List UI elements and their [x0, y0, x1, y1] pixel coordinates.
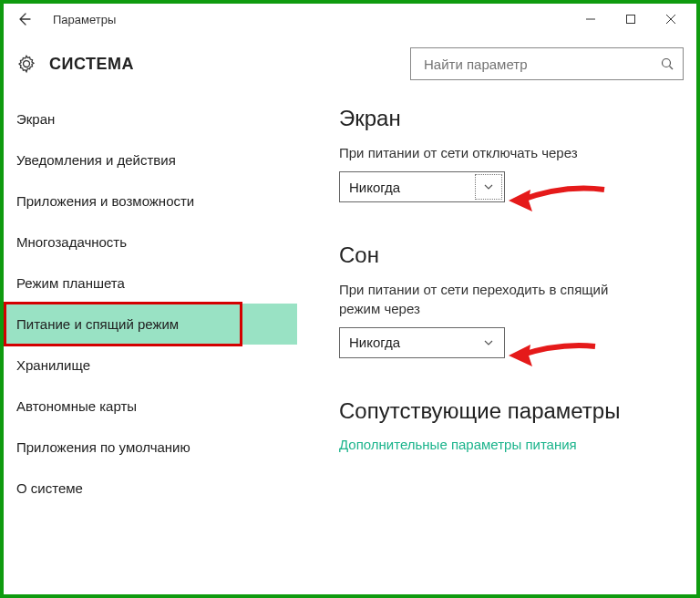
page-title: СИСТЕМА	[49, 55, 134, 74]
body: Экран Уведомления и действия Приложения …	[4, 89, 696, 593]
minimize-icon	[585, 14, 596, 25]
svg-line-5	[670, 67, 674, 70]
sleep-select[interactable]: Никогда	[339, 327, 505, 358]
section-heading: Сон	[339, 242, 678, 268]
sidebar-item-label: Питание и спящий режим	[16, 316, 179, 332]
close-button[interactable]	[651, 5, 691, 33]
arrow-left-icon	[16, 12, 31, 26]
sidebar-item-label: О системе	[16, 480, 83, 496]
header: СИСТЕМА	[4, 35, 696, 89]
maximize-icon	[625, 14, 636, 25]
sidebar-item-tablet[interactable]: Режим планшета	[4, 263, 297, 304]
svg-marker-7	[509, 345, 532, 366]
sidebar-item-multitasking[interactable]: Многозадачность	[4, 222, 297, 263]
sidebar: Экран Уведомления и действия Приложения …	[4, 89, 297, 593]
close-icon	[665, 14, 676, 25]
minimize-button[interactable]	[571, 5, 611, 33]
section-sleep: Сон При питании от сети переходить в спя…	[339, 242, 678, 358]
section-heading: Экран	[339, 106, 678, 131]
chevron-down-icon	[473, 328, 504, 357]
sidebar-item-default-apps[interactable]: Приложения по умолчанию	[4, 427, 297, 468]
gear-icon	[16, 54, 36, 74]
sidebar-item-label: Хранилище	[16, 357, 90, 373]
sidebar-item-storage[interactable]: Хранилище	[4, 345, 297, 386]
maximize-button[interactable]	[611, 5, 651, 33]
sidebar-item-offline-maps[interactable]: Автономные карты	[4, 386, 297, 427]
chevron-down-icon	[473, 172, 504, 201]
sidebar-item-apps[interactable]: Приложения и возможности	[4, 180, 297, 222]
sidebar-item-display[interactable]: Экран	[4, 98, 297, 139]
sidebar-item-label: Многозадачность	[16, 234, 127, 250]
sidebar-item-power-sleep[interactable]: Питание и спящий режим	[4, 304, 297, 345]
screen-off-select[interactable]: Никогда	[339, 171, 505, 202]
svg-marker-6	[509, 190, 532, 211]
search-box[interactable]	[410, 47, 684, 80]
settings-window: Параметры СИСТЕМА	[0, 0, 700, 598]
sidebar-item-about[interactable]: О системе	[4, 468, 297, 509]
search-input[interactable]	[422, 56, 659, 73]
select-value: Никогда	[349, 180, 473, 195]
sidebar-item-label: Приложения и возможности	[16, 193, 194, 209]
select-value: Никогда	[349, 335, 473, 350]
sidebar-item-notifications[interactable]: Уведомления и действия	[4, 139, 297, 180]
section-screen: Экран При питании от сети отключать чере…	[339, 106, 678, 202]
section-related: Сопутствующие параметры Дополнительные п…	[339, 398, 678, 452]
section-heading: Сопутствующие параметры	[339, 398, 678, 424]
content: Экран При питании от сети отключать чере…	[297, 89, 696, 593]
additional-power-link[interactable]: Дополнительные параметры питания	[339, 437, 678, 452]
svg-rect-1	[627, 15, 635, 24]
titlebar: Параметры	[4, 4, 696, 35]
sidebar-item-label: Приложения по умолчанию	[16, 439, 190, 455]
sleep-label: При питании от сети переходить в спящий …	[339, 281, 649, 318]
sidebar-item-label: Автономные карты	[16, 398, 137, 414]
search-icon	[659, 56, 675, 72]
sidebar-item-label: Режим планшета	[16, 275, 125, 291]
annotation-arrow-icon	[509, 182, 609, 219]
svg-point-4	[663, 59, 671, 67]
back-button[interactable]	[13, 8, 35, 30]
sidebar-item-label: Уведомления и действия	[16, 152, 176, 168]
sidebar-item-label: Экран	[16, 111, 55, 127]
window-title: Параметры	[53, 13, 116, 26]
annotation-arrow-icon	[509, 339, 600, 372]
screen-off-label: При питании от сети отключать через	[339, 144, 678, 162]
